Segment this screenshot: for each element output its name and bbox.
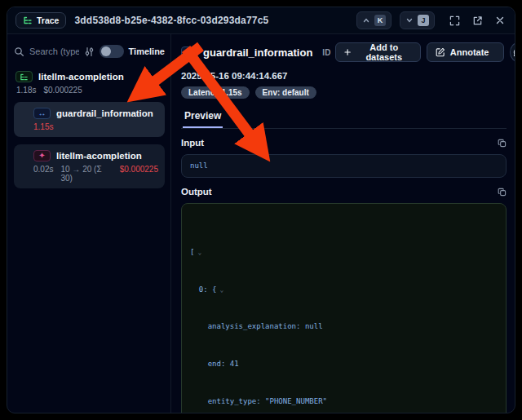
root-cost: $0.000225: [43, 86, 82, 95]
tree-controls: [141, 73, 163, 81]
output-section-label: Output: [181, 187, 212, 197]
root-latency: 1.18s: [16, 86, 36, 95]
next-trace-button[interactable]: J: [400, 11, 435, 29]
copy-output-icon[interactable]: [498, 188, 507, 197]
latency-badge: Latency 1.15s: [181, 86, 250, 99]
input-value: null: [190, 161, 208, 170]
plus-icon: [344, 48, 351, 56]
chevron-up-icon[interactable]: [141, 73, 149, 81]
span-label: litellm-acompletion: [56, 151, 142, 161]
close-icon[interactable]: [495, 15, 505, 25]
trace-icon: [15, 71, 33, 82]
add-to-datasets-button[interactable]: Add to datasets: [335, 42, 420, 62]
input-section-label: Input: [181, 138, 204, 148]
detail-tabs: Preview: [181, 108, 507, 129]
search-row: Timeline: [14, 42, 165, 61]
trace-peek-window: Trace 3dd538d8-b25e-4382-8fcc-03d293da77…: [7, 7, 515, 413]
chevron-down-icon: [503, 49, 504, 56]
trace-tree-sidebar: Timeline litellm-acompletion: [7, 34, 171, 413]
span-latency: 1.15s: [33, 122, 53, 131]
json-line: analysis_explanation: null: [190, 322, 498, 331]
chevron-up-icon: [362, 16, 370, 24]
tree-span-litellm-acompletion[interactable]: ✦ litellm-acompletion 0.02s 10 → 20 (Σ 3…: [14, 144, 165, 188]
tree-root-row[interactable]: litellm-acompletion 1.18s $0.000225: [14, 71, 165, 95]
span-icon: ↔: [181, 46, 198, 58]
topbar: Trace 3dd538d8-b25e-4382-8fcc-03d293da77…: [7, 7, 515, 34]
shortcut-key-k: K: [374, 15, 386, 26]
shortcut-key-j: J: [418, 15, 429, 26]
collapse-all-icon[interactable]: [155, 73, 163, 81]
collapse-chevron-icon[interactable]: ⌄: [197, 249, 201, 256]
collapse-chevron-icon[interactable]: ⌄: [220, 286, 224, 294]
annotate-label: Annotate: [450, 47, 489, 57]
span-label: guardrail_information: [56, 108, 153, 118]
tree-root-metrics: 1.18s $0.000225: [15, 86, 163, 95]
output-section: Output [⌄ 0: {⌄ analysis_explanation: nu…: [181, 185, 507, 413]
span-latency: 0.02s: [33, 165, 53, 183]
expand-icon[interactable]: [449, 15, 460, 26]
input-value-box: null: [181, 154, 507, 178]
span-metrics: 1.15s: [33, 122, 158, 131]
toggle-knob: [101, 46, 111, 56]
trace-badge-label: Trace: [37, 15, 59, 25]
span-title: guardrail_information: [203, 46, 312, 59]
chevron-down-icon: [405, 16, 414, 24]
output-json-box: [⌄ 0: {⌄ analysis_explanation: null end:…: [181, 203, 507, 413]
header-actions: Add to datasets Annotate: [335, 42, 515, 62]
annotate-button-group: Annotate: [427, 42, 504, 62]
tree-span-guardrail-information[interactable]: ↔ guardrail_information 1.15s: [14, 102, 165, 137]
peek-body: Timeline litellm-acompletion: [7, 34, 515, 413]
span-icon: ↔: [33, 108, 51, 119]
annotate-button[interactable]: Annotate: [427, 43, 498, 61]
tree-root-label: litellm-acompletion: [38, 72, 124, 82]
span-header: ↔ guardrail_information ID Add to datase…: [181, 42, 507, 62]
json-line: 0: {⌄: [190, 285, 498, 294]
json-line: entity_type: "PHONE_NUMBER": [190, 397, 498, 406]
timeline-toggle-label: Timeline: [129, 46, 165, 56]
tab-preview[interactable]: Preview: [183, 110, 223, 128]
generation-sparkle-icon: ✦: [33, 150, 51, 161]
trace-id: 3dd538d8-b25e-4382-8fcc-03d293da77c5: [74, 15, 268, 26]
search-input[interactable]: [29, 46, 79, 56]
previous-trace-button[interactable]: K: [356, 11, 392, 29]
span-cost: $0.000225: [120, 165, 158, 183]
id-label: ID: [322, 48, 330, 57]
chat-bubble-icon: [513, 47, 515, 57]
env-badge: Env: default: [255, 86, 316, 99]
topbar-icons: [449, 15, 505, 26]
json-line: [⌄: [190, 248, 498, 257]
badge-row: Latency 1.15s Env: default: [181, 86, 507, 99]
trace-type-badge: Trace: [15, 12, 66, 29]
span-tokens: 10 → 20 (Σ 30): [60, 165, 112, 183]
comments-button[interactable]: [510, 42, 515, 62]
copy-input-icon[interactable]: [498, 139, 507, 148]
annotate-pencil-icon: [436, 47, 445, 57]
input-section: Input null: [181, 136, 507, 178]
span-metrics: 0.02s 10 → 20 (Σ 30) $0.000225: [33, 165, 158, 183]
open-in-new-tab-icon[interactable]: [472, 15, 483, 26]
search-icon: [14, 46, 24, 57]
json-line: end: 41: [190, 360, 498, 369]
add-to-datasets-label: Add to datasets: [356, 42, 412, 62]
span-timestamp: 2025-05-16 09:44:14.667: [181, 71, 507, 81]
timeline-toggle[interactable]: [100, 45, 124, 58]
filter-settings-icon[interactable]: [84, 46, 95, 57]
list-tree-icon: [23, 15, 33, 25]
annotate-dropdown-button[interactable]: [497, 43, 504, 61]
list-tree-icon: [20, 73, 29, 82]
span-detail-panel: ↔ guardrail_information ID Add to datase…: [171, 34, 515, 413]
